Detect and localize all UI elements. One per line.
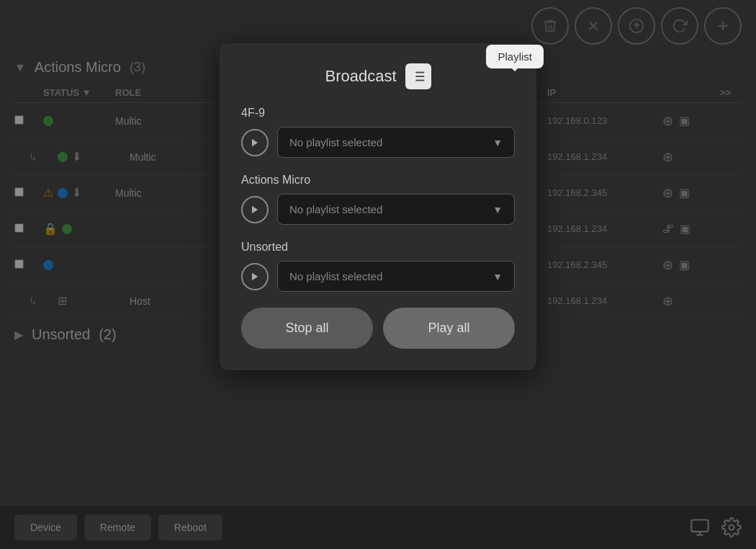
svg-marker-17 [252, 205, 258, 213]
broadcast-section-4f9: 4F-9 No playlist selected ▼ [241, 107, 515, 158]
playlist-placeholder-4f9: No playlist selected [289, 136, 382, 148]
modal-header: Broadcast [241, 63, 515, 89]
section-label-unsorted: Unsorted [241, 241, 515, 254]
play-all-button[interactable]: Play all [383, 308, 515, 349]
broadcast-section-actions-micro: Actions Micro No playlist selected ▼ [241, 174, 515, 225]
playlist-select-4f9[interactable]: No playlist selected ▼ [277, 127, 515, 158]
section-label-4f9: 4F-9 [241, 107, 515, 120]
play-icon [250, 138, 260, 148]
stop-all-button[interactable]: Stop all [241, 308, 373, 349]
play-button-actions-micro[interactable] [241, 196, 269, 223]
play-button-unsorted[interactable] [241, 263, 269, 290]
play-icon [250, 272, 260, 282]
modal-overlay[interactable]: Playlist Broadcast 4F-9 No playlist sele… [0, 0, 756, 549]
svg-marker-16 [252, 138, 258, 146]
section-label-actions-micro: Actions Micro [241, 174, 515, 187]
dropdown-arrow-icon: ▼ [492, 204, 503, 215]
dropdown-arrow-icon: ▼ [492, 137, 503, 148]
playlist-select-unsorted[interactable]: No playlist selected ▼ [277, 261, 515, 292]
svg-marker-18 [252, 272, 258, 280]
section-row-4f9: No playlist selected ▼ [241, 127, 515, 158]
playlist-placeholder-actions-micro: No playlist selected [289, 203, 382, 215]
playlist-select-actions-micro[interactable]: No playlist selected ▼ [277, 194, 515, 225]
modal-actions: Stop all Play all [241, 308, 515, 349]
list-icon [405, 63, 431, 89]
dropdown-arrow-icon: ▼ [492, 271, 503, 282]
section-row-unsorted: No playlist selected ▼ [241, 261, 515, 292]
modal-title: Broadcast [325, 67, 396, 86]
play-icon [250, 205, 260, 215]
playlist-tooltip: Playlist [486, 45, 544, 68]
broadcast-section-unsorted: Unsorted No playlist selected ▼ [241, 241, 515, 292]
playlist-placeholder-unsorted: No playlist selected [289, 270, 382, 282]
playlist-tooltip-label: Playlist [498, 50, 532, 63]
section-row-actions-micro: No playlist selected ▼ [241, 194, 515, 225]
broadcast-modal: Broadcast 4F-9 No playlist selected ▼ [220, 43, 536, 370]
play-button-4f9[interactable] [241, 129, 269, 156]
